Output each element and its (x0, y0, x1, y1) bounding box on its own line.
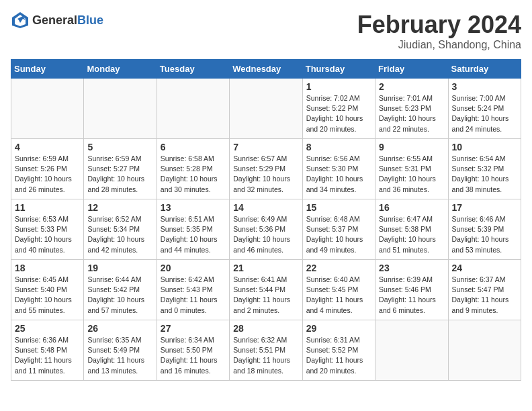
day-info: Sunrise: 6:34 AM Sunset: 5:50 PM Dayligh… (161, 335, 226, 376)
day-number: 23 (379, 263, 444, 273)
calendar-week-3: 11Sunrise: 6:53 AM Sunset: 5:33 PM Dayli… (11, 199, 521, 260)
day-number: 12 (87, 202, 152, 213)
calendar-cell: 23Sunrise: 6:39 AM Sunset: 5:46 PM Dayli… (375, 260, 448, 320)
logo-text: GeneralBlue (32, 13, 103, 28)
day-number: 16 (379, 202, 444, 213)
calendar-cell: 6Sunrise: 6:58 AM Sunset: 5:28 PM Daylig… (157, 139, 229, 199)
calendar-cell (448, 320, 521, 381)
logo-general: General (32, 13, 77, 27)
calendar-week-4: 18Sunrise: 6:45 AM Sunset: 5:40 PM Dayli… (11, 260, 521, 320)
day-number: 5 (87, 142, 152, 152)
day-number: 21 (233, 263, 298, 273)
day-number: 20 (161, 263, 226, 273)
day-number: 19 (87, 263, 152, 273)
calendar-cell: 20Sunrise: 6:42 AM Sunset: 5:43 PM Dayli… (157, 260, 229, 320)
calendar-cell: 3Sunrise: 7:00 AM Sunset: 5:24 PM Daylig… (448, 79, 521, 139)
header-row: Sunday Monday Tuesday Wednesday Thursday… (11, 60, 521, 79)
day-number: 26 (87, 323, 152, 334)
day-number: 15 (306, 202, 371, 213)
day-number: 9 (379, 142, 444, 152)
calendar-cell: 12Sunrise: 6:52 AM Sunset: 5:34 PM Dayli… (84, 199, 157, 260)
logo: GeneralBlue (11, 11, 103, 30)
calendar-cell (157, 79, 229, 139)
day-number: 14 (233, 202, 298, 213)
calendar-cell: 13Sunrise: 6:51 AM Sunset: 5:35 PM Dayli… (157, 199, 229, 260)
subtitle: Jiudian, Shandong, China (357, 39, 521, 51)
calendar-cell: 25Sunrise: 6:36 AM Sunset: 5:48 PM Dayli… (11, 320, 84, 381)
day-number: 8 (306, 142, 371, 152)
logo-icon (11, 11, 30, 30)
day-number: 3 (452, 81, 517, 92)
day-info: Sunrise: 6:40 AM Sunset: 5:45 PM Dayligh… (306, 275, 371, 316)
calendar-table: Sunday Monday Tuesday Wednesday Thursday… (11, 59, 521, 381)
calendar-cell: 8Sunrise: 6:56 AM Sunset: 5:30 PM Daylig… (302, 139, 375, 199)
calendar-cell: 17Sunrise: 6:46 AM Sunset: 5:39 PM Dayli… (448, 199, 521, 260)
day-number: 7 (233, 142, 298, 152)
day-info: Sunrise: 6:47 AM Sunset: 5:38 PM Dayligh… (379, 214, 444, 255)
day-number: 25 (15, 323, 80, 334)
calendar-cell: 18Sunrise: 6:45 AM Sunset: 5:40 PM Dayli… (11, 260, 84, 320)
day-info: Sunrise: 6:56 AM Sunset: 5:30 PM Dayligh… (306, 154, 371, 195)
calendar-week-1: 1Sunrise: 7:02 AM Sunset: 5:22 PM Daylig… (11, 79, 521, 139)
calendar-cell: 26Sunrise: 6:35 AM Sunset: 5:49 PM Dayli… (84, 320, 157, 381)
calendar-cell: 27Sunrise: 6:34 AM Sunset: 5:50 PM Dayli… (157, 320, 229, 381)
day-info: Sunrise: 6:45 AM Sunset: 5:40 PM Dayligh… (15, 275, 80, 316)
day-info: Sunrise: 6:53 AM Sunset: 5:33 PM Dayligh… (15, 214, 80, 255)
col-sunday: Sunday (11, 60, 84, 79)
day-info: Sunrise: 6:32 AM Sunset: 5:51 PM Dayligh… (233, 335, 298, 376)
day-info: Sunrise: 6:41 AM Sunset: 5:44 PM Dayligh… (233, 275, 298, 316)
calendar-cell: 28Sunrise: 6:32 AM Sunset: 5:51 PM Dayli… (230, 320, 302, 381)
day-info: Sunrise: 6:57 AM Sunset: 5:29 PM Dayligh… (233, 154, 298, 195)
day-number: 22 (306, 263, 371, 273)
day-info: Sunrise: 6:55 AM Sunset: 5:31 PM Dayligh… (379, 154, 444, 195)
day-info: Sunrise: 6:44 AM Sunset: 5:42 PM Dayligh… (87, 275, 152, 316)
calendar-cell: 24Sunrise: 6:37 AM Sunset: 5:47 PM Dayli… (448, 260, 521, 320)
col-friday: Friday (375, 60, 448, 79)
day-number: 11 (15, 202, 80, 213)
day-info: Sunrise: 6:37 AM Sunset: 5:47 PM Dayligh… (452, 275, 517, 316)
calendar-cell: 4Sunrise: 6:59 AM Sunset: 5:26 PM Daylig… (11, 139, 84, 199)
day-info: Sunrise: 6:46 AM Sunset: 5:39 PM Dayligh… (452, 214, 517, 255)
day-number: 29 (306, 323, 371, 334)
day-number: 4 (15, 142, 80, 152)
day-info: Sunrise: 7:01 AM Sunset: 5:23 PM Dayligh… (379, 93, 444, 134)
day-info: Sunrise: 6:59 AM Sunset: 5:26 PM Dayligh… (15, 154, 80, 195)
day-number: 1 (306, 81, 371, 92)
day-info: Sunrise: 6:49 AM Sunset: 5:36 PM Dayligh… (233, 214, 298, 255)
day-number: 2 (379, 81, 444, 92)
calendar-cell (230, 79, 302, 139)
day-number: 13 (161, 202, 226, 213)
calendar-cell: 9Sunrise: 6:55 AM Sunset: 5:31 PM Daylig… (375, 139, 448, 199)
day-number: 24 (452, 263, 517, 273)
day-info: Sunrise: 6:54 AM Sunset: 5:32 PM Dayligh… (452, 154, 517, 195)
col-thursday: Thursday (302, 60, 375, 79)
calendar-cell: 16Sunrise: 6:47 AM Sunset: 5:38 PM Dayli… (375, 199, 448, 260)
calendar-cell: 2Sunrise: 7:01 AM Sunset: 5:23 PM Daylig… (375, 79, 448, 139)
day-info: Sunrise: 6:42 AM Sunset: 5:43 PM Dayligh… (161, 275, 226, 316)
day-info: Sunrise: 6:58 AM Sunset: 5:28 PM Dayligh… (161, 154, 226, 195)
title-area: February 2024 Jiudian, Shandong, China (357, 11, 521, 51)
calendar-cell: 22Sunrise: 6:40 AM Sunset: 5:45 PM Dayli… (302, 260, 375, 320)
calendar-cell (375, 320, 448, 381)
calendar-cell: 21Sunrise: 6:41 AM Sunset: 5:44 PM Dayli… (230, 260, 302, 320)
calendar-cell: 15Sunrise: 6:48 AM Sunset: 5:37 PM Dayli… (302, 199, 375, 260)
day-info: Sunrise: 6:35 AM Sunset: 5:49 PM Dayligh… (87, 335, 152, 376)
calendar-cell (11, 79, 84, 139)
day-info: Sunrise: 7:00 AM Sunset: 5:24 PM Dayligh… (452, 93, 517, 134)
calendar-cell: 7Sunrise: 6:57 AM Sunset: 5:29 PM Daylig… (230, 139, 302, 199)
day-number: 6 (161, 142, 226, 152)
day-number: 18 (15, 263, 80, 273)
calendar-cell: 5Sunrise: 6:59 AM Sunset: 5:27 PM Daylig… (84, 139, 157, 199)
header: GeneralBlue February 2024 Jiudian, Shand… (11, 11, 521, 51)
col-wednesday: Wednesday (230, 60, 302, 79)
day-info: Sunrise: 6:52 AM Sunset: 5:34 PM Dayligh… (87, 214, 152, 255)
col-saturday: Saturday (448, 60, 521, 79)
calendar-cell (84, 79, 157, 139)
day-info: Sunrise: 6:51 AM Sunset: 5:35 PM Dayligh… (161, 214, 226, 255)
calendar-cell: 14Sunrise: 6:49 AM Sunset: 5:36 PM Dayli… (230, 199, 302, 260)
day-info: Sunrise: 6:59 AM Sunset: 5:27 PM Dayligh… (87, 154, 152, 195)
col-tuesday: Tuesday (157, 60, 229, 79)
month-title: February 2024 (357, 11, 521, 39)
day-info: Sunrise: 6:31 AM Sunset: 5:52 PM Dayligh… (306, 335, 371, 376)
day-info: Sunrise: 6:39 AM Sunset: 5:46 PM Dayligh… (379, 275, 444, 316)
